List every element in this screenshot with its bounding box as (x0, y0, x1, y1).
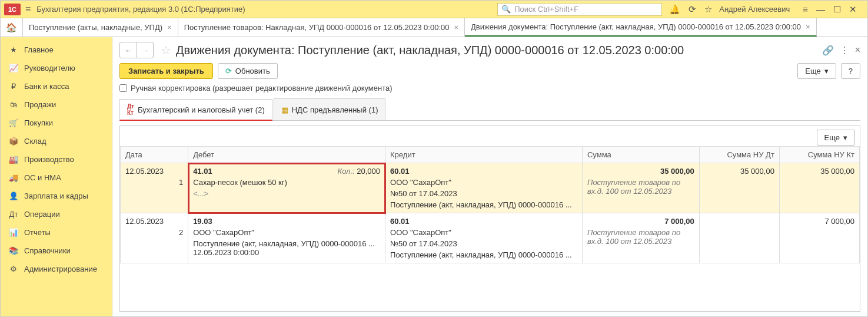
debit-sub2: <...> (193, 189, 380, 198)
credit-account: 60.01 (390, 167, 577, 176)
table-row[interactable]: 12.05.2023 1 41.01 Кол.: 20,000 (121, 163, 860, 213)
debit-account: 41.01 (193, 167, 212, 176)
close-icon[interactable]: ✕ (849, 4, 857, 15)
dt-kt-icon: ДтКт (127, 103, 134, 116)
settings-icon[interactable]: ≡ (803, 4, 808, 14)
search-icon: 🔍 (501, 5, 511, 14)
user-name[interactable]: Андрей Алексеевич (719, 5, 790, 14)
sidebar-item-10[interactable]: 📊Отчеты (1, 223, 112, 242)
refresh-button[interactable]: ⟳ Обновить (218, 63, 278, 79)
titlebar: 1C ≡ Бухгалтерия предприятия, редакция 3… (1, 1, 867, 18)
sidebar-item-7[interactable]: 🚚ОС и НМА (1, 169, 112, 187)
cell-sum: 7 000,00 (587, 217, 694, 226)
search-placeholder: Поиск Ctrl+Shift+F (514, 5, 578, 14)
debit-account: 19.03 (193, 217, 380, 226)
subtab-vat[interactable]: ▦ НДС предъявленный (1) (274, 98, 386, 120)
sidebar-item-4[interactable]: 🛒Покупки (1, 114, 112, 132)
manual-edit-label: Ручная корректировка (разрешает редактир… (131, 84, 393, 93)
sidebar-label: Администрирование (24, 265, 97, 273)
minimize-icon[interactable]: — (816, 4, 825, 14)
credit-sub2: №50 от 17.04.2023 (390, 239, 577, 248)
history-icon[interactable]: ⟳ (689, 4, 696, 15)
sidebar-item-0[interactable]: ★Главное (1, 41, 112, 59)
forward-button[interactable]: → (137, 42, 153, 58)
tab-close-icon[interactable]: × (806, 22, 810, 31)
bell-icon[interactable]: 🔔 (669, 4, 680, 15)
subtab-accounting[interactable]: ДтКт Бухгалтерский и налоговый учет (2) (119, 99, 272, 121)
tab-0[interactable]: Поступление (акты, накладные, УПД) × (23, 18, 178, 37)
cell-note: Поступление товаров по вх.д. 100 от 12.0… (587, 228, 694, 246)
cell-nu-kt: 35 000,00 (779, 163, 859, 213)
sidebar-icon: ₽ (9, 82, 18, 91)
sidebar-item-6[interactable]: 🏭Производство (1, 150, 112, 169)
tab-row: 🏠 Поступление (акты, накладные, УПД) × П… (1, 18, 867, 37)
sidebar-item-3[interactable]: 🛍Продажи (1, 95, 112, 114)
cell-note: Поступление товаров по вх.д. 100 от 12.0… (587, 178, 694, 196)
th-debit[interactable]: Дебет (188, 147, 385, 163)
cell-nu-kt: 7 000,00 (779, 213, 859, 263)
kebab-icon[interactable]: ⋮ (840, 45, 849, 56)
cell-nu-dt: 35 000,00 (699, 163, 779, 213)
maximize-icon[interactable]: ☐ (833, 4, 841, 15)
sidebar-item-11[interactable]: 📚Справочники (1, 242, 112, 260)
subtab-label: НДС предъявленный (1) (292, 105, 378, 114)
table-more-button[interactable]: Еще ▾ (817, 130, 855, 146)
sidebar-label: Главное (24, 45, 54, 54)
cell-nu-dt (699, 213, 779, 263)
sidebar-label: Производство (24, 155, 74, 164)
help-button[interactable]: ? (841, 63, 860, 79)
th-nu-dt[interactable]: Сумма НУ Дт (699, 147, 779, 163)
sidebar: ★Главное📈Руководителю₽Банк и касса🛍Прода… (1, 37, 112, 316)
th-date[interactable]: Дата (121, 147, 188, 163)
sidebar-item-9[interactable]: ДтОперации (1, 205, 112, 223)
save-close-button[interactable]: Записать и закрыть (119, 63, 213, 79)
app-title: Бухгалтерия предприятия, редакция 3.0 (1… (36, 5, 245, 14)
qty-value: 20,000 (357, 167, 380, 176)
sidebar-item-1[interactable]: 📈Руководителю (1, 59, 112, 77)
content-area: ← → ☆ Движения документа: Поступление (а… (112, 37, 867, 316)
subtab-label: Бухгалтерский и налоговый учет (2) (138, 105, 265, 114)
back-button[interactable]: ← (120, 42, 137, 58)
sidebar-item-5[interactable]: 📦Склад (1, 132, 112, 150)
sidebar-item-8[interactable]: 👤Зарплата и кадры (1, 187, 112, 205)
menu-icon[interactable]: ≡ (25, 4, 31, 15)
search-input[interactable]: 🔍 Поиск Ctrl+Shift+F (497, 3, 662, 16)
refresh-icon: ⟳ (225, 67, 232, 75)
tab-1[interactable]: Поступление товаров: Накладная, УПД 0000… (178, 18, 465, 37)
sidebar-label: Покупки (24, 118, 53, 127)
nav-buttons: ← → (119, 42, 154, 58)
doc-icon: ▦ (281, 105, 288, 114)
sidebar-icon: 🚚 (9, 173, 18, 182)
th-credit[interactable]: Кредит (385, 147, 583, 163)
table-row[interactable]: 12.05.2023 2 19.03 ООО "СахарОпт" Поступ… (121, 213, 860, 263)
th-sum[interactable]: Сумма (582, 147, 699, 163)
debit-sub1: ООО "СахарОпт" (193, 228, 380, 237)
th-nu-kt[interactable]: Сумма НУ Кт (779, 147, 859, 163)
home-tab[interactable]: 🏠 (1, 18, 23, 37)
sidebar-label: Банк и касса (24, 82, 69, 91)
tab-close-icon[interactable]: × (167, 23, 172, 32)
more-button[interactable]: Еще ▾ (797, 63, 836, 79)
sidebar-icon: ⚙ (9, 265, 18, 273)
sidebar-item-12[interactable]: ⚙Администрирование (1, 260, 112, 278)
sidebar-item-2[interactable]: ₽Банк и касса (1, 77, 112, 95)
link-icon[interactable]: 🔗 (822, 45, 834, 56)
sidebar-label: ОС и НМА (24, 173, 61, 182)
manual-edit-checkbox[interactable] (119, 84, 127, 92)
sidebar-label: Операции (24, 210, 60, 219)
page-title: Движения документа: Поступление (акт, на… (176, 44, 817, 57)
sidebar-label: Зарплата и кадры (24, 191, 88, 200)
cell-date: 12.05.2023 (125, 167, 183, 176)
close-page-icon[interactable]: × (855, 45, 860, 55)
sidebar-icon: 🏭 (9, 155, 18, 164)
credit-account: 60.01 (390, 217, 577, 226)
tab-close-icon[interactable]: × (454, 23, 458, 32)
tab-2[interactable]: Движения документа: Поступление (акт, на… (465, 18, 817, 37)
credit-sub1: ООО "СахарОпт" (390, 228, 577, 237)
tab-label: Движения документа: Поступление (акт, на… (471, 22, 801, 31)
sidebar-icon: 🛒 (9, 118, 18, 127)
cell-rownum: 2 (125, 228, 183, 237)
star-icon[interactable]: ☆ (704, 4, 712, 15)
credit-sub3: Поступление (акт, накладная, УПД) 0000-0… (390, 200, 577, 209)
favorite-icon[interactable]: ☆ (161, 43, 171, 57)
